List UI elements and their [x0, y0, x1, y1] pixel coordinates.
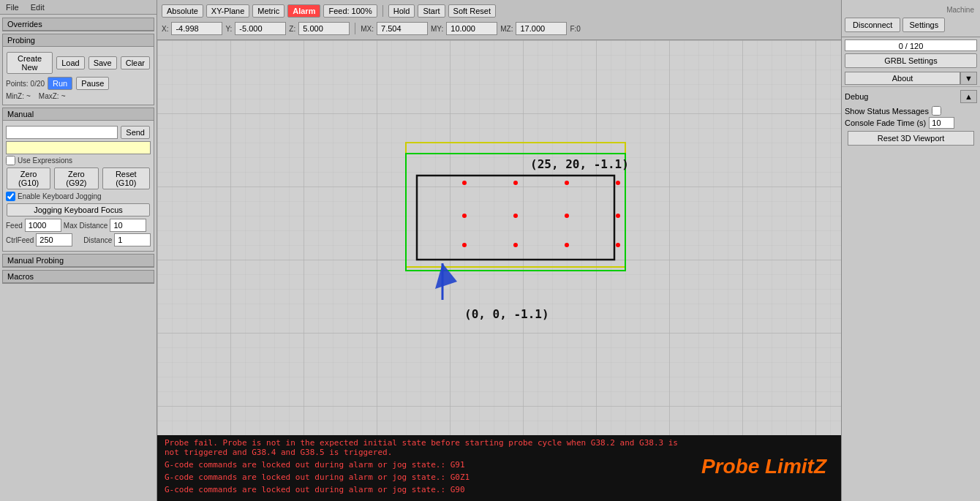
top-toolbar: Absolute XY-Plane Metric Alarm Feed: 100… — [157, 0, 841, 40]
reset-g10-button[interactable]: Reset (G10) — [102, 167, 151, 189]
xy-plane-button[interactable]: XY-Plane — [206, 4, 249, 18]
toolbar-row-2: X: -4.998 Y: -5.000 Z: 5.000 MX: 7.504 M… — [162, 22, 837, 35]
svg-point-7 — [513, 181, 518, 185]
overrides-header[interactable]: Overrides — [3, 18, 154, 31]
status-bar: Probe fail. Probe is not in the expected… — [157, 435, 841, 501]
manual-input[interactable] — [6, 126, 118, 139]
use-expressions-checkbox[interactable] — [6, 156, 15, 165]
max-distance-input[interactable] — [110, 219, 146, 232]
keyboard-jogging-checkbox[interactable] — [6, 192, 15, 201]
disconnect-button[interactable]: Disconnect — [845, 18, 900, 32]
status-messages-left: Probe fail. Probe is not in the expected… — [157, 435, 687, 497]
canvas-area: (25, 20, -1.1) (0, 0, -1.1) — [157, 40, 841, 501]
f-value: F:0 — [570, 25, 580, 33]
gcode-locked-2: G-code commands are locked out during al… — [160, 471, 684, 483]
svg-point-17 — [616, 243, 620, 247]
ctrl-feed-label: CtrlFeed — [6, 236, 34, 244]
toolbar-separator-1 — [382, 5, 383, 17]
console-fade-label: Console Fade Time (s) — [845, 118, 926, 127]
overrides-section: Overrides — [2, 18, 154, 31]
manual-body: Send Use Expressions Zero (G10) Zero (G9… — [3, 121, 154, 251]
distance-input[interactable] — [114, 233, 151, 246]
expression-input[interactable] — [6, 141, 151, 154]
grid-svg: (25, 20, -1.1) (0, 0, -1.1) — [157, 40, 841, 501]
toolbar-row-1: Absolute XY-Plane Metric Alarm Feed: 100… — [162, 4, 837, 18]
y-value: -5.000 — [235, 22, 286, 35]
start-button[interactable]: Start — [418, 4, 445, 18]
debug-chevron[interactable]: ▲ — [960, 90, 977, 103]
manual-header[interactable]: Manual — [3, 108, 154, 121]
grbl-settings-button[interactable]: GRBL Settings — [845, 53, 977, 68]
soft-reset-button[interactable]: Soft Reset — [448, 4, 496, 18]
probing-header[interactable]: Probing — [3, 34, 154, 47]
debug-label: Debug — [845, 92, 868, 101]
svg-point-9 — [616, 181, 620, 185]
toolbar-separator-2 — [355, 23, 355, 34]
svg-point-11 — [513, 214, 518, 218]
create-new-button[interactable]: Create New — [7, 52, 53, 74]
menu-bar: File Edit — [0, 0, 157, 15]
feed-input[interactable] — [25, 219, 61, 232]
zero-g92-button[interactable]: Zero (G92) — [54, 167, 98, 189]
svg-point-13 — [616, 214, 620, 218]
menu-file[interactable]: File — [0, 1, 25, 13]
left-panel: File Edit Overrides Probing Create New L… — [0, 0, 157, 501]
min-z-label: MinZ: — [6, 92, 24, 100]
console-fade-input[interactable] — [929, 117, 954, 129]
mz-value: 17.000 — [516, 22, 567, 35]
manual-probing-header[interactable]: Manual Probing — [3, 255, 154, 267]
feed-button[interactable]: Feed: 100% — [323, 4, 377, 18]
manual-section: Manual Send Use Expressions Zero (G10) Z… — [2, 108, 154, 252]
zero-g10-button[interactable]: Zero (G10) — [7, 167, 50, 189]
jogging-focus-button[interactable]: Jogging Keyboard Focus — [7, 203, 150, 216]
settings-button[interactable]: Settings — [902, 18, 945, 32]
probe-limit-container: Probe LimitZ — [687, 435, 841, 497]
save-button[interactable]: Save — [88, 56, 117, 69]
pause-button[interactable]: Pause — [76, 77, 109, 90]
absolute-button[interactable]: Absolute — [162, 4, 203, 18]
gcode-locked-1: G-code commands are locked out during al… — [160, 459, 684, 471]
my-label: MY: — [431, 25, 443, 33]
progress-bar-container: 0 / 120 — [845, 39, 977, 51]
about-chevron[interactable]: ▼ — [960, 72, 977, 85]
send-button[interactable]: Send — [121, 126, 150, 139]
points-value: 0/20 — [31, 80, 45, 88]
max-z-value: ~ — [61, 92, 66, 100]
distance-label: Distance — [83, 236, 112, 244]
svg-point-10 — [462, 214, 467, 218]
clear-button[interactable]: Clear — [121, 56, 150, 69]
manual-probing-section: Manual Probing — [2, 254, 154, 268]
hold-button[interactable]: Hold — [388, 4, 415, 18]
alarm-button[interactable]: Alarm — [287, 4, 320, 18]
console-fade-row: Console Fade Time (s) — [845, 117, 977, 129]
debug-section: Debug ▲ Show Status Messages Console Fad… — [842, 87, 980, 151]
probe-fail-message: Probe fail. Probe is not in the expected… — [160, 437, 684, 459]
svg-text:(25, 20, -1.1): (25, 20, -1.1) — [530, 157, 629, 171]
svg-point-15 — [513, 243, 518, 247]
mx-label: MX: — [361, 25, 374, 33]
right-panel: Machine Disconnect Settings 0 / 120 GRBL… — [841, 0, 980, 501]
reset-3d-viewport-button[interactable]: Reset 3D Viewport — [848, 131, 974, 146]
metric-button[interactable]: Metric — [252, 4, 284, 18]
show-status-checkbox[interactable] — [932, 106, 941, 116]
my-value: 10.000 — [446, 22, 497, 35]
gcode-locked-3: G-code commands are locked out during al… — [160, 483, 684, 496]
mz-label: MZ: — [500, 25, 513, 33]
use-expressions-label: Use Expressions — [18, 157, 72, 165]
points-label: Points: — [6, 80, 29, 88]
progress-text: 0 / 120 — [899, 42, 924, 50]
about-button[interactable]: About — [845, 72, 960, 85]
load-button[interactable]: Load — [56, 56, 84, 69]
z-label: Z: — [289, 25, 295, 33]
macros-header[interactable]: Macros — [3, 271, 154, 283]
svg-point-12 — [565, 214, 569, 218]
run-button[interactable]: Run — [48, 77, 72, 90]
keyboard-jogging-label: Enable Keyboard Jogging — [18, 192, 102, 200]
svg-point-16 — [565, 243, 569, 247]
ctrl-feed-input[interactable] — [36, 233, 72, 246]
show-status-row: Show Status Messages — [845, 106, 977, 116]
status-bar-content: Probe fail. Probe is not in the expected… — [157, 435, 841, 497]
feed-label: Feed — [6, 222, 23, 230]
menu-edit[interactable]: Edit — [25, 1, 50, 13]
machine-label: Machine — [943, 4, 977, 15]
